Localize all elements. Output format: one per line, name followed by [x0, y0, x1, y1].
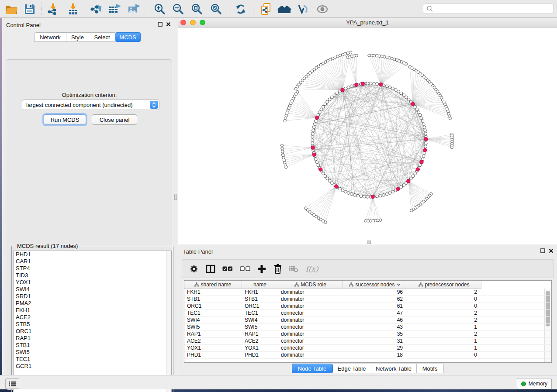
network-node[interactable]	[366, 82, 369, 85]
table-row-YOX1[interactable]: YOX1YOX1connector291	[184, 344, 551, 352]
clone-network-icon[interactable]	[258, 2, 274, 16]
network-node[interactable]	[368, 54, 370, 57]
mcds-hub-node[interactable]	[420, 160, 423, 164]
table-row-ORC1[interactable]: ORC1ORC1dominator610	[184, 303, 551, 310]
column-header-MCDS-role[interactable]: MCDS role	[278, 281, 343, 289]
mcds-result-list[interactable]: PHD1CAR1STP4TID3YOX1SWI4SRD1PMA2FKH1ACE2…	[13, 251, 172, 392]
tab-node-table[interactable]: Node Table	[292, 364, 333, 373]
network-node[interactable]	[296, 90, 299, 93]
zoom-out-icon[interactable]	[170, 2, 186, 16]
network-node[interactable]	[402, 94, 405, 97]
mcds-hub-node[interactable]	[319, 168, 322, 171]
mcds-result-item[interactable]: SRD1	[14, 293, 171, 300]
column-header-predecessor-nodes[interactable]: predecessor nodes	[407, 281, 481, 289]
network-node[interactable]	[397, 90, 400, 93]
network-node[interactable]	[347, 192, 350, 195]
network-node[interactable]	[422, 123, 425, 126]
column-header-successor-nodes[interactable]: successor nodes	[343, 281, 407, 289]
network-node[interactable]	[346, 52, 349, 55]
horizontal-splitter-handle[interactable]	[367, 241, 371, 244]
mcds-hub-node[interactable]	[416, 168, 419, 171]
network-node[interactable]	[344, 52, 346, 55]
refresh-icon[interactable]	[233, 2, 249, 16]
network-node[interactable]	[394, 89, 397, 92]
network-node[interactable]	[344, 87, 347, 90]
network-node[interactable]	[341, 53, 344, 56]
network-node[interactable]	[313, 123, 316, 126]
network-node[interactable]	[407, 98, 410, 101]
memory-button[interactable]: Memory	[517, 378, 552, 389]
network-node[interactable]	[312, 129, 315, 132]
network-node[interactable]	[339, 187, 342, 190]
delete-column-icon[interactable]	[271, 263, 284, 275]
network-node[interactable]	[391, 190, 394, 193]
mcds-hub-node[interactable]	[311, 146, 315, 149]
mcds-result-item[interactable]: SWI4	[14, 286, 171, 293]
network-node[interactable]	[312, 126, 315, 129]
mcds-result-item[interactable]: STB5	[14, 321, 171, 328]
eye-icon[interactable]	[315, 2, 330, 16]
network-node[interactable]	[326, 177, 329, 180]
network-node[interactable]	[449, 117, 451, 120]
mcds-hub-node[interactable]	[315, 116, 319, 119]
close-panel-button[interactable]: Close panel	[92, 114, 137, 125]
network-node[interactable]	[364, 220, 367, 222]
tab-network-table[interactable]: Network Table	[371, 364, 417, 373]
network-node[interactable]	[333, 94, 336, 97]
network-node[interactable]	[311, 132, 314, 135]
mcds-hub-node[interactable]	[335, 185, 338, 188]
select-all-icon[interactable]	[221, 263, 234, 275]
network-node[interactable]	[331, 96, 334, 99]
settings-gear-icon[interactable]	[187, 263, 201, 275]
network-node[interactable]	[424, 142, 427, 145]
network-node[interactable]	[315, 161, 318, 164]
mcds-result-item[interactable]: PHD1	[14, 251, 171, 258]
network-node[interactable]	[350, 193, 353, 196]
export-table-icon[interactable]	[107, 2, 123, 16]
network-node[interactable]	[385, 85, 388, 88]
network-node[interactable]	[347, 86, 350, 89]
network-node[interactable]	[388, 192, 391, 195]
network-node[interactable]	[419, 113, 422, 117]
mcds-hub-node[interactable]	[312, 153, 316, 156]
network-node[interactable]	[415, 108, 419, 111]
network-node[interactable]	[410, 209, 413, 212]
network-node[interactable]	[326, 100, 329, 103]
network-node[interactable]	[317, 164, 320, 167]
network-node[interactable]	[417, 111, 420, 114]
zoom-fit-icon[interactable]	[189, 2, 205, 16]
mcds-result-item[interactable]: TID3	[14, 272, 171, 279]
network-node[interactable]	[353, 193, 356, 196]
criterion-dropdown[interactable]: largest connected component (undirected)	[22, 100, 159, 110]
table-row-TEC1[interactable]: TEC1TEC1connector472	[184, 309, 551, 317]
network-node[interactable]	[385, 193, 388, 196]
mcds-hub-node[interactable]	[411, 102, 415, 106]
network-canvas[interactable]	[178, 28, 557, 244]
network-node[interactable]	[424, 132, 427, 135]
save-icon[interactable]	[22, 2, 38, 16]
deselect-all-icon[interactable]	[239, 263, 252, 275]
mcds-hub-node[interactable]	[379, 83, 383, 86]
run-mcds-button[interactable]: Run MCDS	[44, 114, 86, 125]
export-image-icon[interactable]	[126, 2, 142, 16]
mcds-result-item[interactable]: RAP1	[14, 335, 171, 342]
network-node[interactable]	[373, 54, 376, 57]
network-node[interactable]	[349, 51, 352, 54]
network-node[interactable]	[328, 98, 331, 101]
network-node[interactable]	[376, 83, 379, 86]
mcds-result-item[interactable]: STP4	[14, 265, 171, 272]
mcds-result-item[interactable]: YOX1	[14, 279, 171, 286]
table-row-SWI4[interactable]: SWI4SWI4dominator462	[184, 316, 551, 324]
network-node[interactable]	[405, 96, 408, 99]
import-table-icon[interactable]	[65, 2, 81, 16]
mcds-result-item[interactable]: CAR1	[14, 258, 171, 265]
network-node[interactable]	[409, 177, 412, 180]
tab-motifs[interactable]: Motifs	[417, 364, 444, 373]
network-node[interactable]	[311, 139, 314, 142]
network-node[interactable]	[414, 172, 417, 175]
mcds-hub-node[interactable]	[396, 187, 399, 191]
network-node[interactable]	[405, 62, 408, 65]
network-node[interactable]	[356, 194, 360, 197]
network-node[interactable]	[311, 135, 314, 138]
mcds-hub-node[interactable]	[355, 83, 358, 86]
